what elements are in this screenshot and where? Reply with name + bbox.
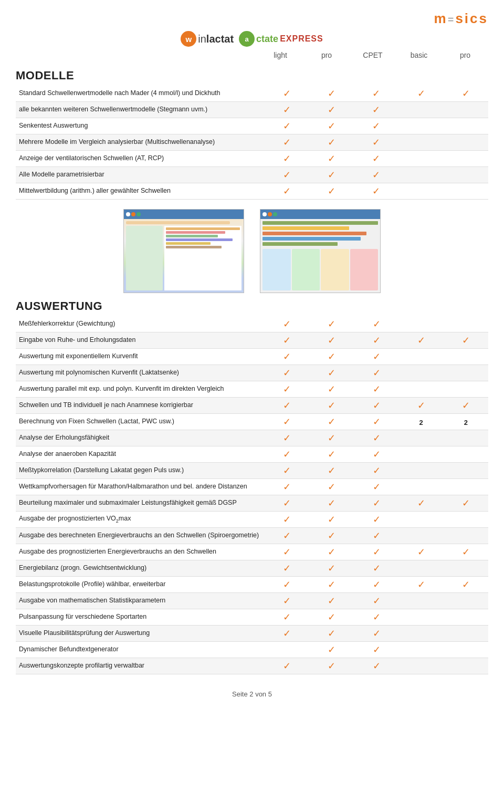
screenshot-area <box>16 209 488 293</box>
table-row: Pulsanpassung für verschiedene Sportarte… <box>16 609 488 626</box>
winlactat-logo: w inlactat <box>181 31 234 47</box>
col-header-pro-win: pro <box>303 51 350 59</box>
table-row: Ausgabe von mathematischen Statistikpara… <box>16 593 488 609</box>
section-auswertung: AUSWERTUNG Meßfehlerkorrektur (Gewichtun… <box>16 299 488 674</box>
table-row: Auswertung parallel mit exp. und polyn. … <box>16 381 488 398</box>
page-number: Seite 2 von 5 <box>232 690 272 698</box>
table-row: Meßfehlerkorrektur (Gewichtung)✓✓✓ <box>16 316 488 332</box>
auswertung-table: Meßfehlerkorrektur (Gewichtung)✓✓✓Eingab… <box>16 316 488 674</box>
table-row: Meßtypkorrelation (Darstellung Lakatat g… <box>16 463 488 479</box>
col-header-basic: basic <box>396 51 442 59</box>
screenshot-1 <box>123 209 244 293</box>
table-row: Mehrere Modelle im Vergleich analysierba… <box>16 134 488 151</box>
table-row: Beurteilung maximaler und submaximaler L… <box>16 495 488 512</box>
col-header-pro-act: pro <box>442 51 488 59</box>
table-row: Berechnung von Fixen Schwellen (Lactat, … <box>16 414 488 430</box>
col-header-cpet: CPET <box>350 51 396 59</box>
table-row: Dynamischer Befundtextgenerator✓✓ <box>16 642 488 658</box>
table-row: Anzeige der ventilatorischen Schwellen (… <box>16 151 488 167</box>
page-header: m=sics w inlactat a ctate EXPRESS light … <box>16 11 488 59</box>
modelle-table: Standard Schwellenwertmodelle nach Mader… <box>16 86 488 200</box>
table-row: Analyse der anaeroben Kapazität✓✓✓ <box>16 446 488 463</box>
actate-logo: a ctate EXPRESS <box>239 31 323 47</box>
section-title-auswertung: AUSWERTUNG <box>16 299 488 313</box>
table-row: Ausgabe des prognostizierten Energieverb… <box>16 544 488 560</box>
table-row: Auswertung mit polynomischen Kurvenfit (… <box>16 365 488 381</box>
table-row: alle bekannten weiteren Schwellenwertmod… <box>16 102 488 118</box>
table-row: Ausgabe des berechneten Energieverbrauch… <box>16 528 488 544</box>
table-row: Visuelle Plausibilitätsprüfung der Auswe… <box>16 626 488 642</box>
table-row: Energiebilanz (progn. Gewichtsentwicklun… <box>16 560 488 577</box>
table-row: Mittelwertbildung (arithm.) aller gewähl… <box>16 183 488 200</box>
table-row: Schwellen und TB individuell je nach Ana… <box>16 398 488 414</box>
table-row: Eingabe von Ruhe- und Erholungsdaten✓✓✓✓… <box>16 332 488 349</box>
page-footer: Seite 2 von 5 <box>16 690 488 698</box>
table-row: Alle Modelle parametrisierbar✓✓✓ <box>16 167 488 183</box>
table-row: Auswertung mit exponentiellem Kurvenfit✓… <box>16 349 488 365</box>
col-header-light: light <box>257 51 303 59</box>
section-modelle: MODELLE Standard Schwellenwertmodelle na… <box>16 69 488 200</box>
table-row: Senkentest Auswertung✓✓✓ <box>16 118 488 134</box>
table-row: Belastungsprotokolle (Profile) wählbar, … <box>16 577 488 593</box>
table-row: Auswertungskonzepte profilartig verwaltb… <box>16 658 488 674</box>
section-title-modelle: MODELLE <box>16 69 488 82</box>
table-row: Analyse der Erholungsfähigkeit✓✓✓ <box>16 430 488 446</box>
table-row: Wettkampfvorhersagen für Marathon/Halbma… <box>16 479 488 495</box>
mesics-logo: m=sics <box>434 11 488 27</box>
table-row: Standard Schwellenwertmodelle nach Mader… <box>16 86 488 102</box>
screenshot-2 <box>260 209 381 293</box>
table-row: Ausgabe der prognostizierten VO2max✓✓✓ <box>16 512 488 528</box>
